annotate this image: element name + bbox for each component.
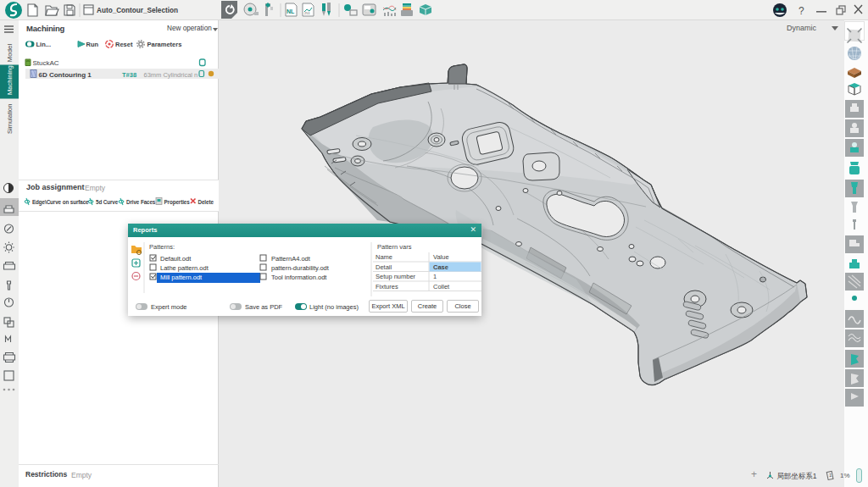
svg-text:Properties: Properties xyxy=(164,199,191,206)
svg-text:NL: NL xyxy=(287,8,295,14)
svg-text:T#38: T#38 xyxy=(122,71,136,79)
svg-text:PatternA4.odt: PatternA4.odt xyxy=(271,255,311,263)
svg-text:Mill pattern.odt: Mill pattern.odt xyxy=(160,274,203,281)
svg-text:Model: Model xyxy=(6,43,14,62)
svg-text:Simulation: Simulation xyxy=(6,104,14,134)
svg-text:Collet: Collet xyxy=(433,283,450,291)
svg-text:251: 251 xyxy=(304,11,310,15)
svg-text:5d Curve: 5d Curve xyxy=(96,199,119,205)
svg-text:Drive Faces: Drive Faces xyxy=(126,199,156,205)
svg-text:Detail: Detail xyxy=(376,263,392,271)
svg-text:StuckAC: StuckAC xyxy=(33,59,59,67)
svg-text:Pattern vars: Pattern vars xyxy=(377,243,412,251)
svg-text:Run: Run xyxy=(86,41,99,48)
svg-text:Setup number: Setup number xyxy=(376,273,416,280)
svg-text:6D Contouring 1: 6D Contouring 1 xyxy=(39,71,92,79)
svg-text:?: ? xyxy=(798,5,804,17)
svg-text:Name: Name xyxy=(376,253,392,261)
svg-text:1: 1 xyxy=(433,273,437,280)
svg-text:63mm Cylindrical n: 63mm Cylindrical n xyxy=(144,71,198,79)
svg-text:Auto_Contour_Selection: Auto_Contour_Selection xyxy=(97,7,178,14)
svg-text:Patterns:: Patterns: xyxy=(149,243,175,251)
svg-text:Edge\Curve on surface: Edge\Curve on surface xyxy=(32,199,89,206)
svg-text:Machining: Machining xyxy=(6,65,14,95)
svg-text:Value: Value xyxy=(433,253,449,261)
svg-text:pattern-durability.odt: pattern-durability.odt xyxy=(271,264,330,272)
svg-text:Lathe pattern.odt: Lathe pattern.odt xyxy=(160,264,209,272)
svg-text:Reset: Reset xyxy=(115,41,133,48)
svg-text:Delete: Delete xyxy=(198,199,214,205)
svg-text:Tool information.odt: Tool information.odt xyxy=(271,274,327,281)
svg-text:Lin...: Lin... xyxy=(36,41,52,48)
svg-text:Case: Case xyxy=(433,263,448,271)
svg-text:Parameters: Parameters xyxy=(147,41,182,48)
svg-text:Default.odt: Default.odt xyxy=(160,255,192,263)
svg-text:Fixtures: Fixtures xyxy=(376,283,398,291)
